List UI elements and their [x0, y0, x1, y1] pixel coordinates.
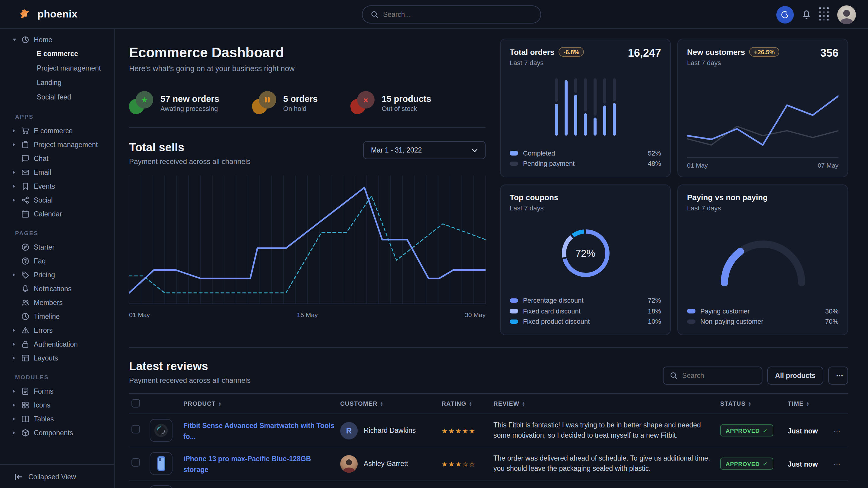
chevron-down-icon [472, 148, 478, 152]
sidebar-section-modules: MODULES [0, 374, 114, 380]
select-all-checkbox[interactable] [131, 399, 140, 407]
caret-right-icon [13, 198, 17, 202]
bell-icon [21, 284, 30, 293]
sort-icon: ▲▼ [806, 402, 810, 406]
row-menu-button[interactable]: ⋯ [834, 427, 841, 435]
sidebar-item-pages-timeline[interactable]: Timeline [0, 309, 114, 323]
row-checkbox[interactable] [131, 458, 140, 466]
column-header-rating[interactable]: RATING▲▼ [439, 393, 491, 414]
product-link[interactable]: iPhone 13 pro max-Pacific Blue-128GB sto… [183, 455, 311, 473]
moon-icon [781, 10, 789, 19]
sidebar-item-apps-chat[interactable]: Chat [0, 151, 114, 165]
column-header-review[interactable]: REVIEW▲▼ [491, 393, 718, 414]
sidebar-item-apps-calendar[interactable]: Calendar [0, 207, 114, 221]
out-of-stock-x-icon: × [350, 91, 375, 115]
product-link[interactable]: Fitbit Sense Advanced Smartwatch with To… [183, 422, 335, 440]
smartwatch-image [152, 421, 170, 440]
sidebar-item-modules-icons[interactable]: Icons [0, 398, 114, 412]
legend-completed: Completed 52% [510, 148, 661, 158]
sidebar-item-modules-forms[interactable]: Forms [0, 384, 114, 398]
total-sells-chart: 01 May 15 May 30 May [129, 175, 486, 318]
product-thumbnail-smartwatch[interactable] [150, 419, 173, 442]
page-title: Ecommerce Dashboard [129, 44, 486, 61]
orders-bar-chart [555, 78, 616, 136]
sidebar-item-apps-social[interactable]: Social [0, 193, 114, 207]
product-thumbnail-iphone[interactable] [150, 452, 173, 475]
sidebar-item-pages-authentication[interactable]: Authentication [0, 337, 114, 351]
customer-cell[interactable]: R Richard Dawkins [340, 422, 437, 439]
sidebar: Home E commerce Project management Landi… [0, 29, 115, 488]
latest-reviews-subtitle: Payment received across all channels [129, 376, 251, 385]
card-period: Last 7 days [510, 59, 584, 66]
clock-icon [21, 312, 30, 320]
sort-icon: ▲▼ [748, 402, 752, 406]
column-header-product[interactable]: PRODUCT▲▼ [181, 393, 338, 414]
reviews-more-button[interactable]: ⋯ [828, 366, 848, 385]
sidebar-item-pages-notifications[interactable]: Notifications [0, 282, 114, 295]
caret-right-icon [13, 389, 17, 393]
column-header-customer[interactable]: CUSTOMER▲▼ [338, 393, 439, 414]
brand-logo[interactable]: phoenix [0, 7, 115, 22]
trend-badge: -6.8% [559, 47, 584, 57]
grid-icon [21, 400, 30, 409]
row-checkbox[interactable] [131, 425, 140, 433]
apps-grid-icon[interactable] [819, 7, 829, 22]
product-thumbnail[interactable] [150, 485, 173, 488]
sidebar-item-home[interactable]: Home [0, 33, 114, 46]
kpi-cards: Total orders -6.8% Last 7 days 16,247 Co… [500, 39, 848, 335]
new-orders-star-icon: ★ [129, 91, 153, 115]
sidebar-item-pages-faq[interactable]: Faq [0, 254, 114, 268]
column-header-status[interactable]: STATUS▲▼ [718, 393, 785, 414]
sort-icon: ▲▼ [469, 402, 472, 406]
theme-toggle-button[interactable] [776, 6, 794, 23]
sidebar-item-pages-members[interactable]: Members [0, 295, 114, 309]
sidebar-item-home-landing[interactable]: Landing [0, 75, 114, 90]
notifications-bell-icon[interactable] [802, 9, 811, 20]
global-search[interactable] [362, 5, 541, 24]
on-hold-pause-icon [252, 91, 276, 115]
file-text-icon [21, 387, 30, 395]
row-menu-button[interactable]: ⋯ [834, 461, 841, 468]
caret-right-icon [13, 417, 17, 421]
sidebar-item-pages-layouts[interactable]: Layouts [0, 351, 114, 365]
person-silhouette-icon [837, 6, 856, 24]
sidebar-item-home-ecommerce[interactable]: E commerce [0, 46, 114, 61]
calendar-icon [21, 209, 30, 218]
legend-nonpaying-customer: Non-paying customer 70% [687, 316, 838, 327]
stat-value: 15 products [382, 94, 431, 104]
sidebar-item-apps-ecommerce[interactable]: E commerce [0, 124, 114, 137]
global-search-input[interactable] [383, 11, 516, 18]
date-range-select[interactable]: Mar 1 - 31, 2022 [363, 141, 486, 159]
stat-value: 57 new orders [160, 94, 219, 104]
reviews-search[interactable] [663, 366, 763, 385]
reviews-search-input[interactable] [682, 372, 749, 379]
all-products-button[interactable]: All products [767, 366, 824, 385]
sidebar-item-home-social-feed[interactable]: Social feed [0, 90, 114, 104]
customer-cell[interactable]: Ashley Garrett [340, 455, 437, 472]
review-time: Just now [788, 427, 818, 435]
sidebar-item-modules-tables[interactable]: Tables [0, 412, 114, 426]
sidebar-item-modules-components[interactable]: Components [0, 426, 114, 440]
collapse-left-icon [14, 473, 23, 480]
stat-on-hold: 5 orders On hold [252, 91, 318, 115]
user-avatar[interactable] [837, 5, 856, 24]
lock-icon [21, 340, 30, 348]
latest-reviews-title: Latest reviews [129, 360, 251, 373]
column-header-time[interactable]: TIME▲▼ [785, 393, 831, 414]
sidebar-item-apps-project-management[interactable]: Project management [0, 137, 114, 151]
bookmark-icon [21, 182, 30, 190]
sidebar-item-pages-starter[interactable]: Starter [0, 240, 114, 254]
sidebar-item-apps-events[interactable]: Events [0, 179, 114, 193]
rating-stars: ★★★☆☆ [441, 461, 476, 468]
total-sells-subtitle: Payment received across all channels [129, 157, 251, 166]
person-silhouette-icon [340, 456, 358, 472]
app-window: phoenix [0, 0, 868, 488]
sidebar-item-home-project-management[interactable]: Project management [0, 61, 114, 75]
caret-down-icon [13, 38, 17, 41]
sidebar-item-pages-errors[interactable]: Errors [0, 323, 114, 337]
collapsed-view-toggle[interactable]: Collapsed View [0, 464, 114, 488]
sidebar-item-pages-pricing[interactable]: Pricing [0, 268, 114, 282]
clipboard-icon [21, 140, 30, 149]
share-nodes-icon [21, 196, 30, 204]
sidebar-item-apps-email[interactable]: Email [0, 165, 114, 179]
